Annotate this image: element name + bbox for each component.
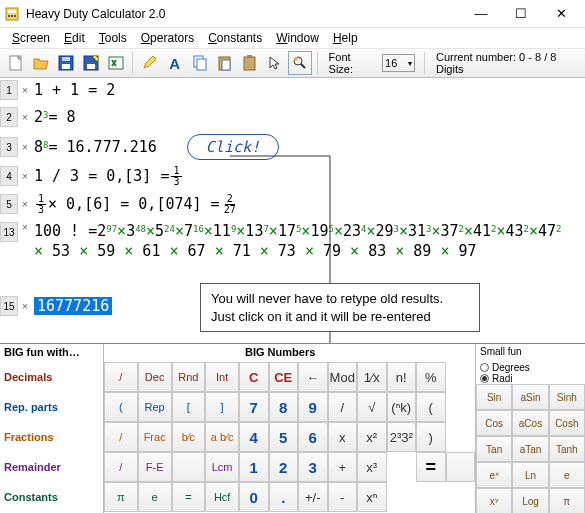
pad-button[interactable]: +	[328, 452, 358, 482]
pad-button[interactable]: /	[328, 392, 358, 422]
mode-button[interactable]: F-E	[138, 452, 172, 482]
trig-button[interactable]: Ln	[512, 462, 548, 488]
menu-tools[interactable]: Tools	[93, 29, 133, 47]
line-num[interactable]: 1	[0, 80, 18, 100]
mode-button[interactable]: /	[104, 422, 138, 452]
mode-button[interactable]: π	[104, 482, 138, 512]
mode-button[interactable]: /	[104, 452, 138, 482]
pad-button[interactable]: xⁿ	[357, 482, 387, 512]
trig-button[interactable]: π	[549, 488, 585, 513]
zoom-icon[interactable]	[288, 51, 311, 75]
trig-button[interactable]: aCos	[512, 410, 548, 436]
pad-button[interactable]: 1∕x	[357, 362, 387, 392]
cat-fractions[interactable]: Fractions	[0, 422, 103, 452]
trig-button[interactable]: Cosh	[549, 410, 585, 436]
pad-button[interactable]: +/-	[298, 482, 328, 512]
radians-radio[interactable]: Radi	[480, 373, 581, 384]
pad-button[interactable]: 0	[239, 482, 269, 512]
history-line[interactable]: 100 ! = 297 × 348 × 524 × 716 × 119 × 13…	[34, 222, 574, 260]
line-num[interactable]: 4	[0, 166, 18, 186]
cat-decimals[interactable]: Decimals	[0, 362, 103, 392]
pad-button[interactable]: .	[269, 482, 299, 512]
save-icon[interactable]	[54, 51, 77, 75]
pad-button[interactable]: 9	[298, 392, 328, 422]
cat-rep[interactable]: Rep. parts	[0, 392, 103, 422]
pad-button[interactable]: C	[239, 362, 269, 392]
history-line[interactable]: 88 = 16.777.216Click!	[34, 134, 279, 160]
line-num[interactable]: 3	[0, 137, 18, 157]
mode-button[interactable]: Rep	[138, 392, 172, 422]
trig-button[interactable]: Sinh	[549, 384, 585, 410]
pad-button[interactable]: 3	[298, 452, 328, 482]
pointer-icon[interactable]	[263, 51, 286, 75]
line-num[interactable]: 5	[0, 194, 18, 214]
cut-icon[interactable]	[238, 51, 261, 75]
pad-button[interactable]: )	[416, 422, 446, 452]
pad-button[interactable]: 7	[239, 392, 269, 422]
trig-button[interactable]: eˣ	[476, 462, 512, 488]
mode-button[interactable]: a b∕c	[205, 422, 239, 452]
new-icon[interactable]	[4, 51, 27, 75]
edit-icon[interactable]	[138, 51, 161, 75]
save-as-icon[interactable]	[79, 51, 102, 75]
fontsize-select[interactable]: 16▾	[382, 54, 415, 72]
equals-button[interactable]: =	[416, 452, 446, 482]
trig-button[interactable]: Tan	[476, 436, 512, 462]
pad-button[interactable]: 5	[269, 422, 299, 452]
pad-button[interactable]: n!	[387, 362, 417, 392]
pad-button[interactable]: 6	[298, 422, 328, 452]
open-icon[interactable]	[29, 51, 52, 75]
mode-button[interactable]: [	[172, 392, 206, 422]
pad-button[interactable]: 8	[269, 392, 299, 422]
paste-icon[interactable]	[213, 51, 236, 75]
line-num[interactable]: 15	[0, 296, 18, 316]
history-line[interactable]: 13 × 0,[6] = 0,[074] = 227	[34, 194, 240, 215]
mode-button[interactable]: =	[172, 482, 206, 512]
pad-button[interactable]: x³	[357, 452, 387, 482]
pad-button[interactable]: x²	[357, 422, 387, 452]
trig-button[interactable]: xʸ	[476, 488, 512, 513]
close-button[interactable]: ✕	[541, 1, 581, 27]
mode-button[interactable]: Int	[205, 362, 239, 392]
history-line[interactable]: 1 / 3 = 0,[3] = 13	[34, 166, 184, 187]
trig-button[interactable]: aTan	[512, 436, 548, 462]
trig-button[interactable]: aSin	[512, 384, 548, 410]
mode-button[interactable]: b∕c	[172, 422, 206, 452]
mode-button[interactable]: e	[138, 482, 172, 512]
line-num[interactable]: 13	[0, 222, 18, 242]
history-line[interactable]: 1 + 1 = 2	[34, 81, 115, 99]
mode-button[interactable]: /	[104, 362, 138, 392]
pad-button[interactable]: %	[416, 362, 446, 392]
cat-remainder[interactable]: Remainder	[0, 452, 103, 482]
pad-button[interactable]: Mod	[328, 362, 358, 392]
mode-button[interactable]	[172, 452, 206, 482]
mode-button[interactable]: Frac	[138, 422, 172, 452]
pad-button[interactable]: (ⁿk)	[387, 392, 417, 422]
history-line[interactable]: 23 = 8	[34, 108, 76, 126]
pad-button[interactable]: 2	[269, 452, 299, 482]
menu-screen[interactable]: Screen	[6, 29, 56, 47]
trig-button[interactable]: Tanh	[549, 436, 585, 462]
pad-button[interactable]: 1	[239, 452, 269, 482]
minimize-button[interactable]: —	[461, 1, 501, 27]
pad-button[interactable]: 2³3²	[387, 422, 417, 452]
mode-button[interactable]: ]	[205, 392, 239, 422]
trig-button[interactable]: Cos	[476, 410, 512, 436]
menu-window[interactable]: Window	[270, 29, 325, 47]
menu-edit[interactable]: Edit	[58, 29, 91, 47]
mode-button[interactable]: Rnd	[172, 362, 206, 392]
mode-button[interactable]: (	[104, 392, 138, 422]
mode-button[interactable]: Hcf	[205, 482, 239, 512]
pad-button[interactable]: √	[357, 392, 387, 422]
font-icon[interactable]: A	[163, 51, 186, 75]
menu-constants[interactable]: Constants	[202, 29, 268, 47]
trig-button[interactable]: Sin	[476, 384, 512, 410]
pad-button[interactable]: x	[328, 422, 358, 452]
copy-icon[interactable]	[188, 51, 211, 75]
pad-button[interactable]: 4	[239, 422, 269, 452]
maximize-button[interactable]: ☐	[501, 1, 541, 27]
pad-button[interactable]: -	[328, 482, 358, 512]
menu-help[interactable]: Help	[327, 29, 364, 47]
pad-button[interactable]: CE	[269, 362, 299, 392]
line-num[interactable]: 2	[0, 107, 18, 127]
